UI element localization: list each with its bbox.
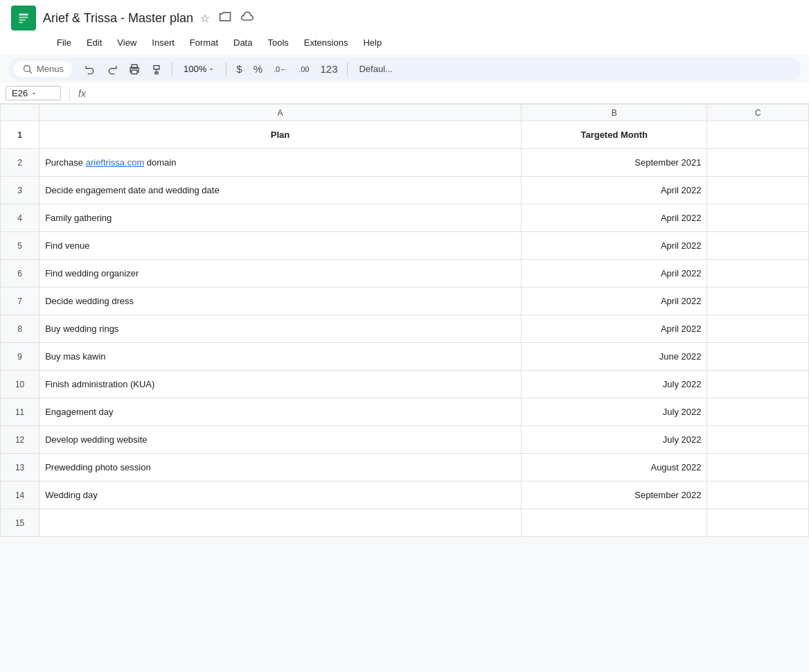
plan-cell[interactable]: Wedding day [39, 481, 522, 509]
zoom-label: 100% [184, 64, 206, 74]
menu-help[interactable]: Help [356, 35, 389, 51]
search-box[interactable]: Menus [14, 61, 72, 77]
paint-format-icon [151, 64, 162, 75]
empty-cell [707, 177, 809, 204]
row-number: 9 [1, 343, 39, 371]
table-row: 7Decide wedding dressApril 2022 [1, 288, 809, 315]
empty-cell [707, 149, 809, 177]
menu-tools[interactable]: Tools [260, 35, 295, 51]
month-cell[interactable] [521, 509, 707, 537]
redo-button[interactable] [103, 61, 122, 78]
menu-data[interactable]: Data [226, 35, 259, 51]
table-row: 4Family gatheringApril 2022 [1, 204, 809, 232]
cloud-icon[interactable] [240, 10, 254, 26]
plan-cell[interactable]: Buy mas kawin [39, 343, 522, 371]
table-row: 1PlanTargeted Month [1, 121, 809, 149]
month-cell[interactable]: Targeted Month [521, 121, 707, 149]
paint-format-button[interactable] [147, 61, 166, 78]
table-row: 11Engagement dayJuly 2022 [1, 398, 809, 426]
plan-cell[interactable]: Find wedding organizer [39, 260, 522, 288]
plan-cell[interactable]: Finish administration (KUA) [39, 371, 522, 398]
print-button[interactable] [125, 61, 144, 78]
plan-cell[interactable] [39, 509, 522, 537]
plan-cell[interactable]: Decide engagement date and wedding date [39, 177, 522, 204]
search-label: Menus [37, 64, 64, 74]
svg-rect-3 [19, 19, 26, 21]
plan-cell[interactable]: Prewedding photo session [39, 454, 522, 481]
star-icon[interactable]: ☆ [200, 12, 210, 25]
row-number: 15 [1, 509, 39, 537]
month-cell[interactable]: August 2022 [521, 454, 707, 481]
app-icon [11, 6, 36, 30]
plan-cell[interactable]: Family gathering [39, 204, 522, 232]
cell-reference-box[interactable]: E26 [6, 86, 61, 100]
row-number: 10 [1, 371, 39, 398]
plan-cell[interactable]: Buy wedding rings [39, 315, 522, 343]
menu-extensions[interactable]: Extensions [297, 35, 355, 51]
row-number: 8 [1, 315, 39, 343]
column-header-row: A B C [1, 105, 809, 121]
decimal-decrease-icon: .0← [274, 65, 287, 73]
empty-cell [707, 398, 809, 426]
month-cell[interactable]: April 2022 [521, 315, 707, 343]
row-number: 13 [1, 454, 39, 481]
row-number: 5 [1, 232, 39, 260]
print-icon [129, 64, 140, 75]
svg-rect-4 [19, 22, 23, 24]
table-row: 3Decide engagement date and wedding date… [1, 177, 809, 204]
decimal-increase-button[interactable]: .00 [294, 62, 313, 76]
plan-cell[interactable]: Find venue [39, 232, 522, 260]
menu-insert[interactable]: Insert [145, 35, 181, 51]
zoom-control[interactable]: 100% [178, 61, 220, 77]
table-row: 14Wedding daySeptember 2022 [1, 481, 809, 509]
plan-cell[interactable]: Engagement day [39, 398, 522, 426]
col-b-header[interactable]: B [521, 105, 707, 121]
plan-cell[interactable]: Plan [39, 121, 522, 149]
toolbar-divider-2 [226, 62, 226, 76]
month-cell[interactable]: September 2021 [521, 149, 707, 177]
percent-button[interactable]: % [249, 60, 267, 78]
month-cell[interactable]: April 2022 [521, 204, 707, 232]
plan-cell[interactable]: Decide wedding dress [39, 288, 522, 315]
row-number: 11 [1, 398, 39, 426]
domain-link[interactable]: arieftrissa.com [86, 157, 145, 168]
month-cell[interactable]: June 2022 [521, 343, 707, 371]
menu-view[interactable]: View [110, 35, 143, 51]
decimal-decrease-button[interactable]: .0← [269, 62, 292, 76]
plan-cell[interactable]: Develop wedding website [39, 426, 522, 454]
month-cell[interactable]: April 2022 [521, 260, 707, 288]
menu-format[interactable]: Format [183, 35, 225, 51]
month-cell[interactable]: July 2022 [521, 426, 707, 454]
default-format-label[interactable]: Defaul... [353, 61, 398, 77]
col-c-header[interactable]: C [707, 105, 809, 121]
spreadsheet: A B C 1PlanTargeted Month2Purchase arief… [0, 104, 809, 537]
row-number: 7 [1, 288, 39, 315]
month-cell[interactable]: July 2022 [521, 371, 707, 398]
svg-rect-1 [19, 14, 28, 16]
svg-rect-2 [19, 17, 28, 18]
plan-cell[interactable]: Purchase arieftrissa.com domain [39, 149, 522, 177]
month-cell[interactable]: April 2022 [521, 177, 707, 204]
toolbar-divider-3 [347, 62, 348, 76]
month-cell[interactable]: April 2022 [521, 288, 707, 315]
row-number: 4 [1, 204, 39, 232]
percent-icon: % [254, 63, 263, 75]
undo-button[interactable] [80, 61, 100, 78]
currency-icon: $ [236, 63, 242, 75]
number-format-button[interactable]: 123 [316, 60, 341, 78]
svg-line-6 [29, 71, 31, 73]
month-cell[interactable]: September 2022 [521, 481, 707, 509]
empty-cell [707, 454, 809, 481]
month-cell[interactable]: July 2022 [521, 398, 707, 426]
col-a-header[interactable]: A [39, 105, 522, 121]
table-row: 10Finish administration (KUA)July 2022 [1, 371, 809, 398]
table-row: 5Find venueApril 2022 [1, 232, 809, 260]
table-row: 2Purchase arieftrissa.com domainSeptembe… [1, 149, 809, 177]
cell-ref-dropdown-icon [30, 90, 37, 97]
menu-file[interactable]: File [50, 35, 78, 51]
empty-cell [707, 426, 809, 454]
menu-edit[interactable]: Edit [80, 35, 109, 51]
folder-icon[interactable] [218, 10, 232, 26]
currency-button[interactable]: $ [232, 60, 246, 78]
month-cell[interactable]: April 2022 [521, 232, 707, 260]
